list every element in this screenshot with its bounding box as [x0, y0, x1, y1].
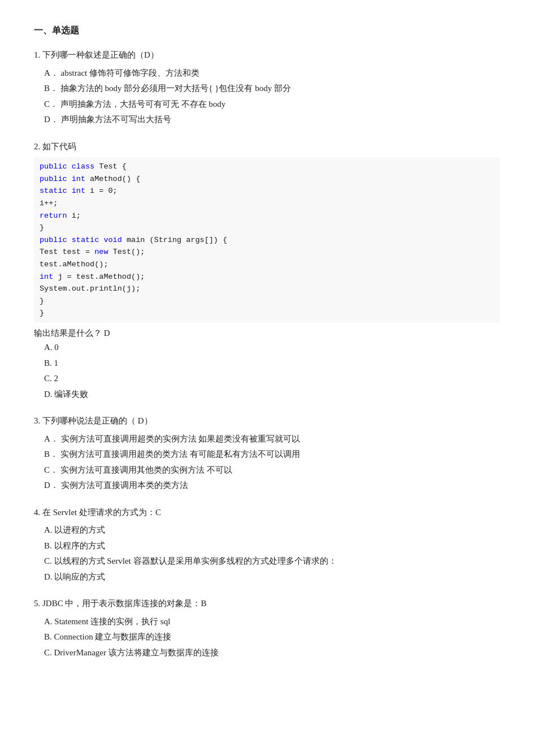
q3-label-a: A． [44, 434, 59, 443]
q3-label-d: D． [44, 481, 59, 490]
q4-label-b: B. [44, 541, 52, 550]
q4-option-d: D. 以响应的方式 [44, 570, 500, 585]
q2-code: public class Test { public int aMethod()… [34, 157, 500, 323]
q3-option-c: C． 实例方法可直接调用其他类的实例方法 不可以 [44, 463, 500, 478]
q1-label-a: A． [44, 68, 59, 77]
q3-label-b: B． [44, 450, 58, 459]
q1-label-b: B． [44, 84, 58, 93]
q1-label-d: D． [44, 115, 59, 124]
q4-title: 4. 在 Servlet 处理请求的方式为：C [34, 506, 500, 520]
q5-text-c: DriverManager 该方法将建立与数据库的连接 [54, 648, 219, 657]
q5-text-a: Statement 连接的实例，执行 sql [54, 617, 170, 626]
code-line-13: } [40, 309, 44, 317]
q3-option-a: A． 实例方法可直接调用超类的实例方法 如果超类没有被重写就可以 [44, 432, 500, 447]
code-line-6: } [40, 223, 44, 232]
q2-text-b: 1 [54, 358, 59, 368]
code-line-3: static int i = 0; [40, 187, 118, 195]
q2-option-d: D. 编译失败 [44, 387, 500, 402]
question-5: 5. JDBC 中，用于表示数据库连接的对象是：B A. Statement 连… [34, 597, 500, 660]
code-line-1: public class Test { [40, 162, 127, 171]
code-line-9: test.aMethod(); [40, 260, 108, 269]
question-3: 3. 下列哪种说法是正确的（ D） A． 实例方法可直接调用超类的实例方法 如果… [34, 414, 500, 493]
q4-option-c: C. 以线程的方式 Servlet 容器默认是采用单实例多线程的方式处理多个请求… [44, 554, 500, 569]
q1-label-c: C． [44, 100, 58, 109]
code-line-2: public int aMethod() { [40, 175, 140, 183]
q1-option-d: D． 声明抽象方法不可写出大括号 [44, 113, 500, 127]
q5-text-b: Connection 建立与数据库的连接 [54, 632, 172, 641]
q3-text: 下列哪种说法是正确的（ D） [42, 416, 153, 425]
q5-option-b: B. Connection 建立与数据库的连接 [44, 630, 500, 645]
q3-text-c: 实例方法可直接调用其他类的实例方法 不可以 [60, 465, 232, 474]
q2-label-c: C. [44, 374, 52, 383]
q3-option-b: B． 实例方法可直接调用超类的类方法 有可能是私有方法不可以调用 [44, 447, 500, 462]
q2-text-d: 编译失败 [54, 390, 88, 399]
q5-label-c: C. [44, 648, 52, 657]
q2-label-d: D. [44, 390, 53, 399]
q5-label-a: A. [44, 617, 53, 626]
q4-text-c: 以线程的方式 Servlet 容器默认是采用单实例多线程的方式处理多个请求的： [54, 556, 337, 565]
q1-option-a: A． abstract 修饰符可修饰字段、方法和类 [44, 66, 500, 81]
q5-option-c: C. DriverManager 该方法将建立与数据库的连接 [44, 646, 500, 660]
section-title: 一、单选题 [34, 23, 500, 38]
q1-text-d: 声明抽象方法不可写出大括号 [61, 115, 171, 124]
code-line-10: int j = test.aMethod(); [40, 273, 145, 281]
q4-text-d: 以响应的方式 [54, 572, 105, 581]
q2-text-c: 2 [54, 374, 59, 383]
q2-option-c: C. 2 [44, 371, 500, 386]
q3-label-c: C． [44, 465, 58, 474]
q4-text-b: 以程序的方式 [54, 541, 105, 550]
q4-text: 在 Servlet 处理请求的方式为：C [42, 508, 161, 517]
code-line-4: i++; [40, 199, 58, 208]
code-line-12: } [40, 297, 44, 305]
q1-text-a: abstract 修饰符可修饰字段、方法和类 [61, 68, 199, 77]
q3-text-a: 实例方法可直接调用超类的实例方法 如果超类没有被重写就可以 [61, 434, 301, 443]
q2-option-a: A. 0 [44, 340, 500, 355]
q2-label-a: A. [44, 343, 53, 352]
q4-label-c: C. [44, 556, 52, 565]
question-2: 2. 如下代码 public class Test { public int a… [34, 140, 500, 402]
q2-result: 输出结果是什么？ D [34, 326, 500, 341]
q3-text-d: 实例方法可直接调用本类的类方法 [61, 481, 188, 490]
q5-text: JDBC 中，用于表示数据库连接的对象是：B [42, 599, 206, 608]
q2-title: 2. 如下代码 [34, 140, 500, 154]
q5-title: 5. JDBC 中，用于表示数据库连接的对象是：B [34, 597, 500, 611]
q2-option-b: B. 1 [44, 356, 500, 371]
q3-text-b: 实例方法可直接调用超类的类方法 有可能是私有方法不可以调用 [60, 450, 300, 459]
q1-text: 下列哪一种叙述是正确的（D） [42, 50, 159, 59]
q1-text-c: 声明抽象方法，大括号可有可无 不存在 body [60, 100, 226, 109]
q5-option-a: A. Statement 连接的实例，执行 sql [44, 615, 500, 629]
q4-label-a: A. [44, 525, 53, 534]
q4-label-d: D. [44, 572, 53, 581]
q5-label-b: B. [44, 632, 52, 641]
q4-option-b: B. 以程序的方式 [44, 539, 500, 554]
q1-title: 1. 下列哪一种叙述是正确的（D） [34, 48, 500, 63]
q4-text-a: 以进程的方式 [54, 525, 105, 534]
q3-title: 3. 下列哪种说法是正确的（ D） [34, 414, 500, 429]
code-line-8: Test test = new Test(); [40, 248, 145, 256]
q1-option-c: C． 声明抽象方法，大括号可有可无 不存在 body [44, 97, 500, 112]
q2-text: 如下代码 [42, 142, 76, 151]
question-4: 4. 在 Servlet 处理请求的方式为：C A. 以进程的方式 B. 以程序… [34, 506, 500, 585]
q2-label-b: B. [44, 358, 52, 368]
q3-option-d: D． 实例方法可直接调用本类的类方法 [44, 478, 500, 493]
q1-option-b: B． 抽象方法的 body 部分必须用一对大括号{ }包住没有 body 部分 [44, 81, 500, 96]
q4-option-a: A. 以进程的方式 [44, 523, 500, 538]
question-1: 1. 下列哪一种叙述是正确的（D） A． abstract 修饰符可修饰字段、方… [34, 48, 500, 127]
code-line-11: System.out.println(j); [40, 284, 140, 293]
q2-text-a: 0 [54, 343, 59, 352]
code-line-5: return i; [40, 211, 81, 220]
code-line-7: public static void main (String args[]) … [40, 236, 227, 244]
q1-text-b: 抽象方法的 body 部分必须用一对大括号{ }包住没有 body 部分 [60, 84, 291, 93]
